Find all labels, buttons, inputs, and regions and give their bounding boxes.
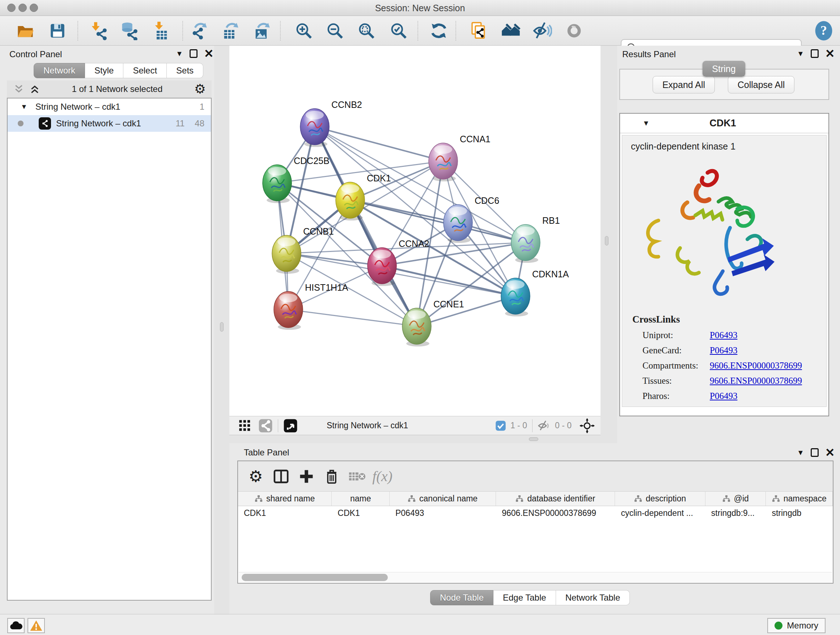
- table-cell[interactable]: P06493: [390, 506, 496, 520]
- tab-string[interactable]: String: [703, 61, 745, 77]
- table-cell[interactable]: CDK1: [332, 506, 390, 520]
- function-builder-icon[interactable]: f(x): [370, 468, 395, 485]
- highlight-button[interactable]: [562, 19, 586, 42]
- expand-all-button[interactable]: Expand All: [653, 76, 715, 93]
- tab-edge-table[interactable]: Edge Table: [493, 590, 556, 605]
- export-table-button[interactable]: [218, 19, 242, 42]
- right-splitter-handle[interactable]: [605, 236, 608, 245]
- crosslink-value-link[interactable]: P06493: [710, 391, 737, 401]
- network-edge-CDKN1A-CCNE1[interactable]: [417, 296, 515, 326]
- table-cell[interactable]: CDK1: [238, 506, 332, 520]
- crosslink-value-link[interactable]: 9606.ENSP00000378699: [710, 376, 802, 386]
- network-node-CDC25B[interactable]: CDC25B: [263, 156, 330, 203]
- network-node-CCNA1[interactable]: CCNA1: [429, 134, 491, 181]
- warnings-button[interactable]: [27, 618, 45, 633]
- panel-close-icon[interactable]: ✕: [204, 49, 214, 58]
- tab-network-table[interactable]: Network Table: [556, 590, 630, 605]
- network-node-CCNE1[interactable]: CCNE1: [402, 299, 464, 347]
- network-node-CDKN1A[interactable]: CDKN1A: [501, 269, 569, 317]
- tab-sets[interactable]: Sets: [167, 63, 203, 78]
- column-header-shared-name[interactable]: shared name: [238, 492, 332, 506]
- network-row[interactable]: String Network – cdk1 11 48: [8, 115, 211, 132]
- crosslink-value-link[interactable]: 9606.ENSP00000378699: [710, 361, 802, 371]
- network-node-RB1[interactable]: RB1: [511, 215, 560, 263]
- panel-close-icon[interactable]: ✕: [825, 49, 835, 58]
- collapse-all-button[interactable]: Collapse All: [728, 76, 794, 93]
- network-collection-row[interactable]: ▼ String Network – cdk1 1: [8, 98, 211, 115]
- panel-float-icon[interactable]: [189, 49, 197, 58]
- table-cell[interactable]: stringdb:9...: [706, 506, 766, 520]
- table-cell[interactable]: stringdb: [766, 506, 833, 520]
- panel-float-icon[interactable]: [811, 49, 819, 58]
- import-table-file-button[interactable]: [149, 19, 173, 42]
- tab-node-table[interactable]: Node Table: [430, 590, 493, 605]
- gene-collapse-icon[interactable]: ▼: [643, 119, 650, 127]
- network-edge-CCNB2-CCNA1[interactable]: [315, 127, 443, 161]
- network-edge-CCNE1-HIST1H1A[interactable]: [288, 310, 417, 326]
- open-file-button[interactable]: [13, 19, 37, 42]
- column-header-database-identifier[interactable]: database identifier: [496, 492, 615, 506]
- network-canvas[interactable]: CCNB2CCNA1CDC25BCDK1CDC6RB1CCNB1CCNA2CDK…: [229, 46, 600, 416]
- network-options-gear-icon[interactable]: ⚙: [194, 82, 206, 96]
- table-cell[interactable]: 9606.ENSP00000378699: [496, 506, 615, 520]
- help-button[interactable]: ?: [812, 19, 836, 42]
- import-network-file-button[interactable]: [86, 19, 110, 42]
- delete-column-icon[interactable]: [319, 469, 344, 485]
- zoom-in-button[interactable]: [292, 19, 316, 42]
- tree-expand-icon[interactable]: ▼: [21, 103, 27, 111]
- show-columns-icon[interactable]: [268, 469, 294, 484]
- grid-view-icon[interactable]: [239, 420, 251, 432]
- cloud-status-button[interactable]: [7, 618, 25, 633]
- tab-network[interactable]: Network: [34, 63, 85, 78]
- zoom-selected-button[interactable]: [387, 19, 411, 42]
- column-header-namespace[interactable]: namespace: [766, 492, 833, 506]
- tab-select[interactable]: Select: [123, 63, 167, 78]
- panel-float-icon[interactable]: [811, 448, 819, 457]
- gene-header-row[interactable]: ▼ CDK1: [620, 114, 829, 133]
- import-network-database-button[interactable]: [117, 19, 141, 42]
- selected-checkbox-icon[interactable]: [495, 420, 506, 431]
- column-header-canonical-name[interactable]: canonical name: [390, 492, 496, 506]
- home-networks-button[interactable]: [499, 19, 523, 42]
- column-header--id[interactable]: @id: [706, 492, 766, 506]
- crosslink-value-link[interactable]: P06493: [710, 330, 737, 340]
- table-cell[interactable]: cyclin-dependent ...: [615, 506, 705, 520]
- save-session-button[interactable]: [46, 19, 69, 42]
- table-hscrollbar[interactable]: [239, 572, 832, 582]
- export-network-button[interactable]: [187, 19, 211, 42]
- zoom-out-button[interactable]: [323, 19, 347, 42]
- string-query-button[interactable]: [467, 19, 491, 42]
- add-column-icon[interactable]: [294, 469, 319, 484]
- delete-table-icon[interactable]: [344, 470, 370, 483]
- table-row[interactable]: CDK1CDK1P064939606.ENSP00000378699cyclin…: [238, 506, 833, 520]
- refresh-button[interactable]: [427, 19, 451, 42]
- hidden-eye-icon[interactable]: [538, 420, 551, 431]
- memory-button[interactable]: Memory: [767, 618, 826, 633]
- zoom-fit-button[interactable]: [355, 19, 378, 42]
- birdseye-toggle-icon[interactable]: [283, 418, 298, 433]
- network-node-CCNA2[interactable]: CCNA2: [368, 239, 429, 286]
- column-header-name[interactable]: name: [332, 492, 390, 506]
- collapse-all-icon[interactable]: [13, 84, 24, 95]
- table-settings-gear-icon[interactable]: ⚙: [243, 467, 268, 486]
- expand-all-icon[interactable]: [29, 84, 40, 95]
- panel-collapse-icon[interactable]: ▼: [797, 448, 804, 457]
- network-edge-CCNA2-CCNA1[interactable]: [382, 161, 443, 266]
- tab-style[interactable]: Style: [85, 63, 123, 78]
- export-image-button[interactable]: [250, 19, 274, 42]
- network-edge-CDC25B-CDC6[interactable]: [277, 183, 458, 223]
- share-view-icon[interactable]: [258, 418, 273, 433]
- panel-collapse-icon[interactable]: ▼: [176, 50, 183, 58]
- panel-collapse-icon[interactable]: ▼: [797, 50, 804, 58]
- crosslink-value-link[interactable]: P06493: [710, 345, 737, 356]
- hide-selection-button[interactable]: [531, 19, 554, 42]
- column-label: @id: [734, 494, 749, 504]
- scrollbar-thumb[interactable]: [242, 574, 388, 581]
- horizontal-splitter-handle[interactable]: [529, 437, 538, 441]
- panel-close-icon[interactable]: ✕: [825, 448, 835, 457]
- column-header-description[interactable]: description: [615, 492, 705, 506]
- left-splitter-handle[interactable]: [220, 322, 224, 332]
- network-node-HIST1H1A[interactable]: HIST1H1A: [274, 282, 348, 330]
- network-graph[interactable]: CCNB2CCNA1CDC25BCDK1CDC6RB1CCNB1CCNA2CDK…: [229, 46, 600, 416]
- crosshair-icon[interactable]: [579, 418, 595, 433]
